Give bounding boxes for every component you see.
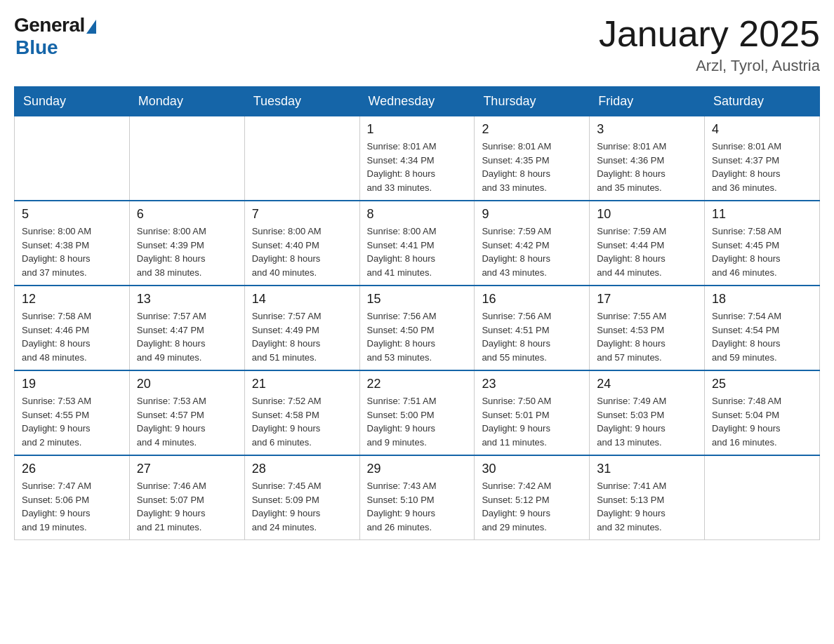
calendar-subtitle: Arzl, Tyrol, Austria: [599, 57, 820, 75]
day-info: Sunrise: 7:56 AMSunset: 4:50 PMDaylight:…: [367, 309, 468, 364]
day-number: 12: [22, 292, 122, 307]
calendar-cell: [129, 116, 244, 201]
calendar-cell: 27Sunrise: 7:46 AMSunset: 5:07 PMDayligh…: [129, 455, 244, 540]
day-info: Sunrise: 7:58 AMSunset: 4:45 PMDaylight:…: [712, 224, 812, 279]
calendar-cell: 23Sunrise: 7:50 AMSunset: 5:01 PMDayligh…: [475, 370, 590, 455]
day-number: 15: [367, 292, 468, 307]
page-header: General Blue January 2025 Arzl, Tyrol, A…: [14, 14, 820, 75]
day-info: Sunrise: 7:53 AMSunset: 4:57 PMDaylight:…: [137, 394, 237, 449]
day-info: Sunrise: 7:43 AMSunset: 5:10 PMDaylight:…: [367, 479, 468, 534]
day-info: Sunrise: 8:01 AMSunset: 4:37 PMDaylight:…: [712, 140, 812, 194]
day-number: 26: [22, 462, 122, 476]
day-number: 3: [597, 122, 697, 137]
day-info: Sunrise: 7:42 AMSunset: 5:12 PMDaylight:…: [482, 479, 582, 534]
calendar-cell: 31Sunrise: 7:41 AMSunset: 5:13 PMDayligh…: [590, 455, 705, 540]
day-number: 2: [482, 122, 582, 137]
calendar-title: January 2025: [599, 14, 820, 54]
day-number: 8: [367, 207, 468, 222]
calendar-cell: 21Sunrise: 7:52 AMSunset: 4:58 PMDayligh…: [244, 370, 359, 455]
day-number: 25: [712, 377, 812, 391]
logo-triangle-icon: [86, 20, 96, 34]
day-info: Sunrise: 8:01 AMSunset: 4:35 PMDaylight:…: [482, 140, 582, 194]
weekday-header-saturday: Saturday: [705, 87, 820, 116]
weekday-header-thursday: Thursday: [475, 87, 590, 116]
calendar-cell: 30Sunrise: 7:42 AMSunset: 5:12 PMDayligh…: [475, 455, 590, 540]
day-number: 17: [597, 292, 697, 307]
calendar-week-1: 1Sunrise: 8:01 AMSunset: 4:34 PMDaylight…: [15, 116, 820, 201]
day-info: Sunrise: 8:00 AMSunset: 4:41 PMDaylight:…: [367, 224, 468, 279]
calendar-cell: 2Sunrise: 8:01 AMSunset: 4:35 PMDaylight…: [475, 116, 590, 201]
day-info: Sunrise: 7:41 AMSunset: 5:13 PMDaylight:…: [597, 479, 697, 534]
day-info: Sunrise: 7:59 AMSunset: 4:42 PMDaylight:…: [482, 224, 582, 279]
calendar-cell: 26Sunrise: 7:47 AMSunset: 5:06 PMDayligh…: [15, 455, 130, 540]
calendar-cell: 9Sunrise: 7:59 AMSunset: 4:42 PMDaylight…: [475, 201, 590, 286]
day-number: 5: [22, 207, 122, 222]
calendar-cell: 6Sunrise: 8:00 AMSunset: 4:39 PMDaylight…: [129, 201, 244, 286]
day-number: 30: [482, 462, 582, 476]
calendar-cell: 3Sunrise: 8:01 AMSunset: 4:36 PMDaylight…: [590, 116, 705, 201]
calendar-header: SundayMondayTuesdayWednesdayThursdayFrid…: [15, 87, 820, 116]
day-number: 6: [137, 207, 237, 222]
day-number: 11: [712, 207, 812, 222]
logo: General Blue: [14, 14, 96, 59]
day-info: Sunrise: 8:00 AMSunset: 4:40 PMDaylight:…: [252, 224, 352, 279]
day-number: 24: [597, 377, 697, 391]
logo-general-text: General: [14, 14, 85, 36]
day-info: Sunrise: 8:01 AMSunset: 4:34 PMDaylight:…: [367, 140, 468, 194]
day-number: 21: [252, 377, 352, 391]
calendar-cell: 22Sunrise: 7:51 AMSunset: 5:00 PMDayligh…: [359, 370, 475, 455]
calendar-cell: 20Sunrise: 7:53 AMSunset: 4:57 PMDayligh…: [129, 370, 244, 455]
day-info: Sunrise: 7:57 AMSunset: 4:47 PMDaylight:…: [137, 309, 237, 364]
calendar-cell: 4Sunrise: 8:01 AMSunset: 4:37 PMDaylight…: [705, 116, 820, 201]
calendar-cell: 10Sunrise: 7:59 AMSunset: 4:44 PMDayligh…: [590, 201, 705, 286]
day-info: Sunrise: 7:46 AMSunset: 5:07 PMDaylight:…: [137, 479, 237, 534]
calendar-cell: 13Sunrise: 7:57 AMSunset: 4:47 PMDayligh…: [129, 286, 244, 370]
calendar-cell: 16Sunrise: 7:56 AMSunset: 4:51 PMDayligh…: [475, 286, 590, 370]
day-info: Sunrise: 8:00 AMSunset: 4:38 PMDaylight:…: [22, 224, 122, 279]
calendar-cell: 29Sunrise: 7:43 AMSunset: 5:10 PMDayligh…: [359, 455, 475, 540]
day-number: 28: [252, 462, 352, 476]
day-number: 1: [367, 122, 468, 137]
day-number: 9: [482, 207, 582, 222]
day-number: 10: [597, 207, 697, 222]
logo-blue-text: Blue: [15, 36, 58, 59]
day-number: 7: [252, 207, 352, 222]
calendar-cell: [244, 116, 359, 201]
calendar-cell: 12Sunrise: 7:58 AMSunset: 4:46 PMDayligh…: [15, 286, 130, 370]
day-info: Sunrise: 7:48 AMSunset: 5:04 PMDaylight:…: [712, 394, 812, 449]
weekday-header-tuesday: Tuesday: [244, 87, 359, 116]
day-number: 29: [367, 462, 468, 476]
day-info: Sunrise: 7:45 AMSunset: 5:09 PMDaylight:…: [252, 479, 352, 534]
calendar-cell: 8Sunrise: 8:00 AMSunset: 4:41 PMDaylight…: [359, 201, 475, 286]
calendar-cell: [15, 116, 130, 201]
calendar-cell: 11Sunrise: 7:58 AMSunset: 4:45 PMDayligh…: [705, 201, 820, 286]
day-number: 22: [367, 377, 468, 391]
day-number: 13: [137, 292, 237, 307]
calendar-cell: 5Sunrise: 8:00 AMSunset: 4:38 PMDaylight…: [15, 201, 130, 286]
calendar-cell: 17Sunrise: 7:55 AMSunset: 4:53 PMDayligh…: [590, 286, 705, 370]
calendar-cell: 24Sunrise: 7:49 AMSunset: 5:03 PMDayligh…: [590, 370, 705, 455]
day-number: 31: [597, 462, 697, 476]
calendar-week-3: 12Sunrise: 7:58 AMSunset: 4:46 PMDayligh…: [15, 286, 820, 370]
calendar-cell: 1Sunrise: 8:01 AMSunset: 4:34 PMDaylight…: [359, 116, 475, 201]
day-info: Sunrise: 7:51 AMSunset: 5:00 PMDaylight:…: [367, 394, 468, 449]
day-info: Sunrise: 7:53 AMSunset: 4:55 PMDaylight:…: [22, 394, 122, 449]
day-number: 16: [482, 292, 582, 307]
day-info: Sunrise: 8:01 AMSunset: 4:36 PMDaylight:…: [597, 140, 697, 194]
calendar-body: 1Sunrise: 8:01 AMSunset: 4:34 PMDaylight…: [15, 116, 820, 540]
weekday-header-friday: Friday: [590, 87, 705, 116]
day-number: 14: [252, 292, 352, 307]
weekday-header-monday: Monday: [129, 87, 244, 116]
day-info: Sunrise: 7:56 AMSunset: 4:51 PMDaylight:…: [482, 309, 582, 364]
day-number: 23: [482, 377, 582, 391]
calendar-cell: 19Sunrise: 7:53 AMSunset: 4:55 PMDayligh…: [15, 370, 130, 455]
day-info: Sunrise: 7:54 AMSunset: 4:54 PMDaylight:…: [712, 309, 812, 364]
day-number: 18: [712, 292, 812, 307]
title-block: January 2025 Arzl, Tyrol, Austria: [599, 14, 820, 75]
day-number: 27: [137, 462, 237, 476]
calendar-cell: 28Sunrise: 7:45 AMSunset: 5:09 PMDayligh…: [244, 455, 359, 540]
day-info: Sunrise: 7:55 AMSunset: 4:53 PMDaylight:…: [597, 309, 697, 364]
calendar-cell: 7Sunrise: 8:00 AMSunset: 4:40 PMDaylight…: [244, 201, 359, 286]
day-number: 20: [137, 377, 237, 391]
calendar-cell: 18Sunrise: 7:54 AMSunset: 4:54 PMDayligh…: [705, 286, 820, 370]
